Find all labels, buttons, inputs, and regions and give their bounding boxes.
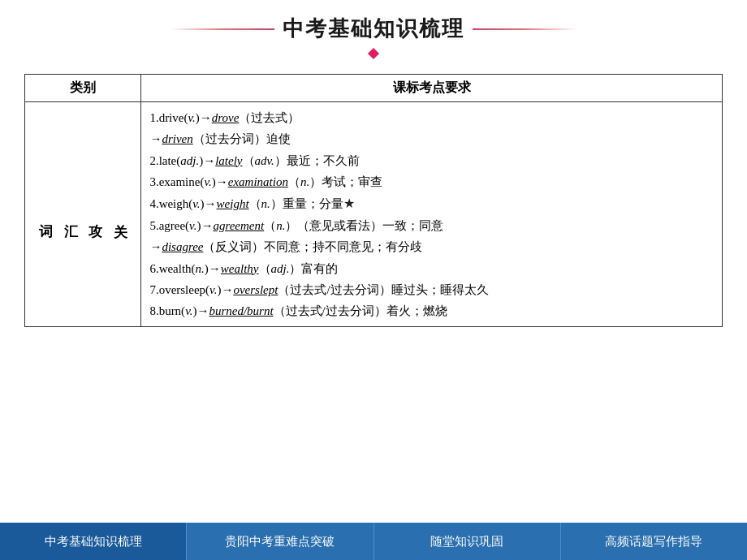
content-cell: 1.drive(v.)→drove（过去式） →driven（过去分词）迫使 2… bbox=[141, 102, 723, 327]
entry-5: 5.agree(v.)→agreement（n.）（意见或看法）一致；同意 bbox=[149, 215, 714, 236]
pos-6adj: adj. bbox=[271, 262, 290, 275]
form-lately: lately bbox=[215, 154, 242, 167]
table-row: 词汇攻关 1.drive(v.)→drove（过去式） →driven（过去分词… bbox=[25, 102, 723, 327]
entry-5b: →disagree（反义词）不同意；持不同意见；有分歧 bbox=[149, 236, 714, 257]
title-line-left bbox=[171, 28, 274, 30]
pos-6: n. bbox=[196, 262, 205, 275]
table-container: 类别 课标考点要求 词汇攻关 1.drive(v.)→drove（过去式） →d… bbox=[0, 66, 747, 523]
tab-randang-zhishi[interactable]: 随堂知识巩固 bbox=[374, 523, 561, 560]
entry-4: 4.weigh(v.)→weight（n.）重量；分量★ bbox=[149, 192, 714, 215]
entry-1: 1.drive(v.)→drove（过去式） bbox=[149, 107, 714, 128]
pos-3: v. bbox=[204, 175, 211, 188]
entry-6: 6.wealth(n.)→wealthy（adj.）富有的 bbox=[149, 258, 714, 279]
title-line-right bbox=[473, 28, 576, 30]
pos-5: v. bbox=[189, 219, 196, 232]
tab-zhongkao-jichu[interactable]: 中考基础知识梳理 bbox=[0, 523, 187, 560]
entry-3: 3.examine(v.)→examination（n.）考试；审查 bbox=[149, 171, 714, 192]
pink-diamond-icon bbox=[368, 48, 379, 59]
bottom-tabs: 中考基础知识梳理 贵阳中考重难点突破 随堂知识巩固 高频话题写作指导 bbox=[0, 523, 747, 560]
entry-2: 2.late(adj.)→lately（adv.）最近；不久前 bbox=[149, 150, 714, 171]
pos-5n: n. bbox=[276, 219, 285, 232]
col1-header: 类别 bbox=[25, 75, 141, 102]
col2-header: 课标考点要求 bbox=[141, 75, 723, 102]
pos-4n: n. bbox=[261, 197, 270, 210]
content-table: 类别 课标考点要求 词汇攻关 1.drive(v.)→drove（过去式） →d… bbox=[24, 74, 723, 327]
form-drove: drove bbox=[212, 111, 240, 124]
form-overslept: overslept bbox=[233, 283, 278, 296]
table-header-row: 类别 课标考点要求 bbox=[25, 75, 723, 102]
tab-gaopintimu[interactable]: 高频话题写作指导 bbox=[561, 523, 747, 560]
form-agreement: agreement bbox=[213, 219, 264, 232]
form-examination: examination bbox=[228, 175, 288, 188]
pos-3n: n. bbox=[300, 175, 309, 188]
pos-8: v. bbox=[185, 304, 192, 317]
main-container: 中考基础知识梳理 类别 课标考点要求 词汇攻关 bbox=[0, 0, 747, 560]
star-icon: ★ bbox=[343, 196, 355, 210]
page-title: 中考基础知识梳理 bbox=[274, 15, 473, 43]
form-driven: driven bbox=[162, 132, 192, 145]
category-cell: 词汇攻关 bbox=[25, 102, 141, 327]
pos-1: v. bbox=[188, 111, 195, 124]
pos-4: v. bbox=[192, 197, 200, 210]
form-wealthy: wealthy bbox=[221, 262, 259, 275]
header: 中考基础知识梳理 bbox=[0, 0, 747, 66]
title-bottom-decoration bbox=[369, 50, 378, 58]
form-disagree: disagree bbox=[162, 240, 203, 253]
form-burned-burnt: burned/burnt bbox=[209, 304, 273, 317]
entry-8: 8.burn(v.)→burned/burnt（过去式/过去分词）着火；燃烧 bbox=[149, 300, 714, 321]
tab-guiyang-zhongkao[interactable]: 贵阳中考重难点突破 bbox=[187, 523, 374, 560]
form-weight: weight bbox=[217, 197, 249, 210]
pos-adv: adv. bbox=[255, 154, 274, 167]
entry-1b: →driven（过去分词）迫使 bbox=[149, 128, 714, 149]
pos-7: v. bbox=[209, 283, 217, 296]
title-decoration: 中考基础知识梳理 bbox=[171, 15, 576, 43]
entry-7: 7.oversleep(v.)→overslept（过去式/过去分词）睡过头；睡… bbox=[149, 279, 714, 300]
pos-2: adj. bbox=[180, 154, 199, 167]
